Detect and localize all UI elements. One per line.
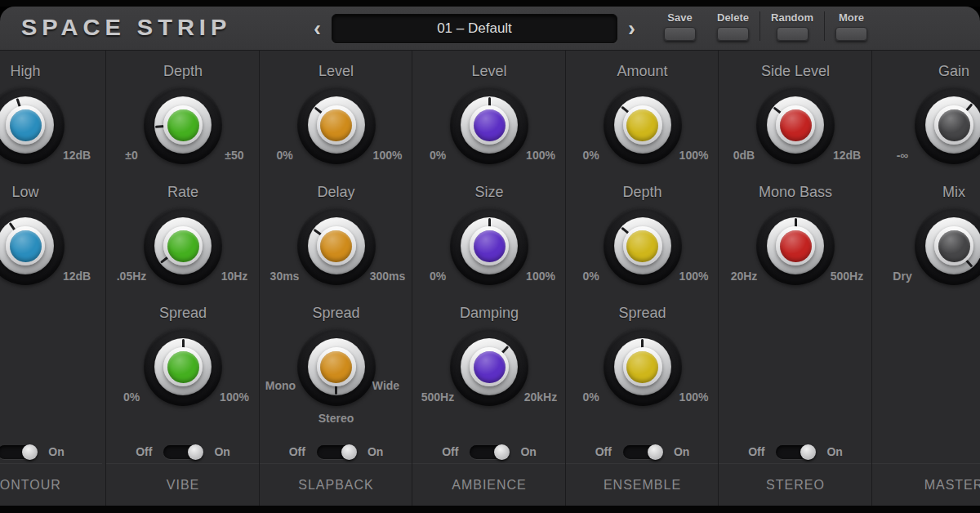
- knob-min-label: 20Hz: [731, 270, 758, 283]
- toggle-on-label: On: [368, 445, 383, 458]
- toggle-thumb-icon: [188, 444, 203, 460]
- toggle-on-label: On: [674, 445, 689, 458]
- contour-low-knob-group: Low 12dB: [0, 181, 102, 302]
- toggle-thumb-icon: [800, 444, 816, 460]
- preset-prev-icon[interactable]: ‹: [314, 15, 321, 42]
- delete-group: Delete: [706, 11, 760, 41]
- knob-cap: [780, 230, 812, 262]
- section-footer: AMBIENCE: [412, 463, 566, 506]
- header-bar: SPACE STRIP ‹ 01 – Default › Save Delete…: [0, 7, 980, 51]
- knob-cap: [474, 351, 506, 383]
- knob-label: Spread: [260, 305, 412, 322]
- preset-next-icon[interactable]: ›: [628, 15, 635, 42]
- ambience-damping-knob[interactable]: [450, 328, 528, 406]
- knob-label: Level: [412, 63, 566, 80]
- vibe-rate-knob[interactable]: [144, 207, 222, 285]
- knob-max-label: 12dB: [63, 270, 91, 283]
- contour-low-knob[interactable]: [0, 207, 65, 285]
- window-bottom-edge: [0, 506, 980, 513]
- stereo-power-toggle[interactable]: [776, 445, 815, 459]
- slapback-delay-knob[interactable]: [297, 207, 376, 285]
- knob-label: Mono Bass: [719, 184, 872, 201]
- knob-label: Damping: [412, 305, 566, 322]
- knob-cap: [167, 109, 199, 141]
- vibe-power-toggle[interactable]: [163, 445, 203, 459]
- knob-min-label: 500Hz: [421, 390, 454, 404]
- knob-label: Size: [412, 184, 566, 201]
- knob-label: Delay: [260, 184, 412, 201]
- slapback-level-knob[interactable]: [297, 86, 376, 164]
- section-ambience: Level 0% 100% Size 0% 100% Dam: [412, 51, 566, 506]
- preset-display[interactable]: 01 – Default: [332, 14, 617, 43]
- slapback-spread-knob[interactable]: [297, 328, 376, 406]
- knob-cap: [626, 351, 658, 383]
- ambience-size-knob-group: Size 0% 100%: [412, 181, 566, 302]
- section-stereo: Side Level 0dB 12dB Mono Bass 20Hz 500Hz: [719, 51, 872, 506]
- ensemble-amount-knob[interactable]: [604, 86, 682, 164]
- stereo-side-level-knob-group: Side Level 0dB 12dB: [719, 60, 872, 181]
- knob-cap: [938, 230, 970, 262]
- delete-button[interactable]: [717, 27, 749, 41]
- vibe-spread-knob[interactable]: [144, 328, 222, 406]
- knob-max-label: 12dB: [833, 149, 861, 162]
- knob-cap: [626, 109, 658, 141]
- section-name: CONTOUR: [0, 478, 61, 493]
- more-group: More: [824, 11, 878, 41]
- toggle-off-label: Off: [136, 445, 152, 458]
- toggle-on-label: On: [520, 445, 536, 458]
- section-footer: ENSEMBLE: [566, 463, 719, 506]
- ensemble-power-toggle[interactable]: [623, 445, 662, 459]
- vibe-rate-knob-group: Rate .05Hz 10Hz: [106, 181, 260, 302]
- save-button[interactable]: [664, 27, 696, 41]
- slapback-delay-knob-group: Delay 30ms 300ms: [260, 181, 412, 302]
- toggle-row: Off On: [566, 441, 719, 462]
- toggle-row: Off On: [260, 441, 412, 462]
- stereo-side-level-knob[interactable]: [756, 86, 835, 164]
- toggle-thumb-icon: [22, 444, 38, 460]
- knob-cap: [626, 230, 658, 262]
- slapback-power-toggle[interactable]: [317, 445, 356, 459]
- knob-min-label: 0%: [582, 390, 599, 404]
- master-gain-knob[interactable]: [915, 86, 980, 164]
- toggle-off-label: Off: [748, 445, 764, 458]
- knob-label: Spread: [566, 305, 719, 322]
- toggle-thumb-icon: [341, 444, 357, 460]
- section-footer: MASTER: [872, 463, 980, 506]
- knob-label: Side Level: [719, 63, 872, 80]
- toggle-row: Off On: [412, 441, 566, 462]
- stereo-mono-bass-knob[interactable]: [756, 207, 835, 285]
- random-button[interactable]: [777, 27, 808, 41]
- toggle-on-label: On: [214, 445, 229, 458]
- contour-power-toggle[interactable]: [0, 445, 37, 459]
- vibe-depth-knob[interactable]: [144, 86, 222, 164]
- knob-max-label: 100%: [679, 390, 709, 404]
- knob-max-label: 100%: [679, 270, 709, 283]
- section-name: STEREO: [766, 478, 825, 493]
- knob-min-label: 0%: [582, 149, 599, 162]
- random-label: Random: [771, 11, 813, 24]
- ambience-power-toggle[interactable]: [470, 445, 509, 459]
- knob-label: Depth: [566, 184, 719, 201]
- section-footer: VIBE: [106, 463, 260, 506]
- ensemble-spread-knob[interactable]: [604, 328, 682, 406]
- knob-sub-label: Stereo: [260, 412, 412, 425]
- ensemble-amount-knob-group: Amount 0% 100%: [566, 60, 719, 181]
- contour-high-knob[interactable]: [0, 86, 65, 164]
- ambience-damping-knob-group: Damping 500Hz 20kHz: [412, 302, 566, 423]
- toggle-thumb-icon: [494, 444, 510, 460]
- header-buttons: Save Delete Random More: [653, 11, 878, 41]
- toggle-off-label: Off: [289, 445, 305, 458]
- master-mix-knob[interactable]: [915, 207, 980, 285]
- knob-label: High: [0, 63, 102, 80]
- ensemble-depth-knob[interactable]: [604, 207, 682, 285]
- more-button[interactable]: [835, 27, 867, 41]
- ambience-level-knob-group: Level 0% 100%: [412, 60, 566, 181]
- ambience-level-knob[interactable]: [450, 86, 528, 164]
- delete-label: Delete: [717, 11, 749, 24]
- knob-max-label: 12dB: [63, 149, 91, 162]
- knob-min-label: 0%: [276, 149, 292, 162]
- knob-label: Rate: [106, 184, 260, 201]
- knob-cap: [10, 109, 42, 141]
- toggle-thumb-icon: [648, 444, 663, 460]
- ambience-size-knob[interactable]: [450, 207, 528, 285]
